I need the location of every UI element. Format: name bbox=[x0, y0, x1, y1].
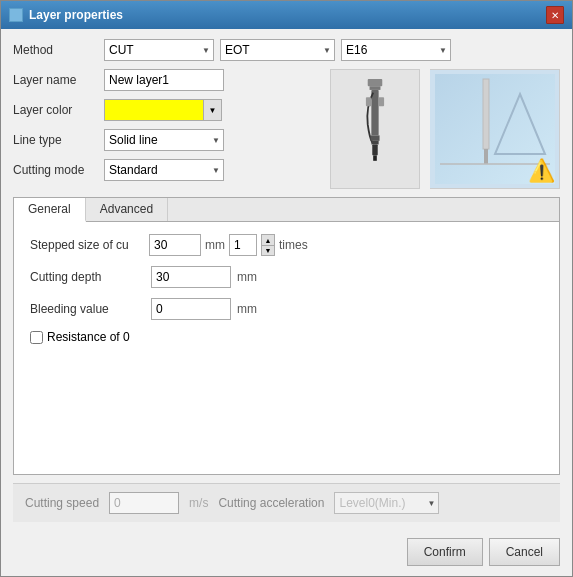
svg-rect-8 bbox=[379, 97, 384, 106]
svg-rect-7 bbox=[366, 97, 371, 106]
layer-name-input[interactable] bbox=[104, 69, 224, 91]
cutting-accel-label: Cutting acceleration bbox=[218, 496, 324, 510]
stepped-times-input[interactable] bbox=[229, 234, 257, 256]
stepped-size-label: Stepped size of cu bbox=[30, 238, 145, 252]
layer-name-label: Layer name bbox=[13, 73, 98, 87]
stepped-unit: mm bbox=[205, 238, 225, 252]
warning-icon: ⚠️ bbox=[528, 158, 555, 184]
bleeding-value-row: Bleeding value mm bbox=[30, 298, 543, 320]
svg-rect-2 bbox=[371, 90, 378, 135]
footer: Confirm Cancel bbox=[1, 532, 572, 576]
line-type-select[interactable]: Solid line Dashed Dotted bbox=[104, 129, 224, 151]
times-label: times bbox=[279, 238, 308, 252]
tab-general[interactable]: General bbox=[14, 198, 86, 222]
tab-advanced[interactable]: Advanced bbox=[86, 198, 168, 221]
eot-select[interactable]: EOT EOT2 bbox=[220, 39, 335, 61]
e16-select[interactable]: E16 E10 E20 bbox=[341, 39, 451, 61]
bleeding-label: Bleeding value bbox=[30, 302, 145, 316]
stepped-size-row: Stepped size of cu mm ▲ ▼ times bbox=[30, 234, 543, 256]
resistance-checkbox[interactable] bbox=[30, 331, 43, 344]
svg-rect-12 bbox=[484, 149, 488, 164]
color-swatch[interactable] bbox=[104, 99, 204, 121]
cutting-speed-input bbox=[109, 492, 179, 514]
cutting-mode-label: Cutting mode bbox=[13, 163, 98, 177]
line-type-row: Line type Solid line Dashed Dotted bbox=[13, 129, 320, 151]
layer-name-row: Layer name bbox=[13, 69, 320, 91]
close-button[interactable]: ✕ bbox=[546, 6, 564, 24]
method-select[interactable]: CUT MARK ENGRAVE bbox=[104, 39, 214, 61]
bleeding-unit: mm bbox=[237, 302, 257, 316]
tabs-area: General Advanced Stepped size of cu mm ▲… bbox=[13, 197, 560, 475]
svg-rect-6 bbox=[373, 155, 377, 160]
cutting-mode-row: Cutting mode Standard Advanced bbox=[13, 159, 320, 181]
method-row: Method CUT MARK ENGRAVE EOT EOT2 E16 E10 bbox=[13, 39, 560, 61]
svg-rect-3 bbox=[370, 135, 379, 140]
cutting-speed-label: Cutting speed bbox=[25, 496, 99, 510]
stepper-up-button[interactable]: ▲ bbox=[261, 234, 275, 245]
layer-properties-window: Layer properties ✕ Method CUT MARK ENGRA… bbox=[0, 0, 573, 577]
tool-svg bbox=[345, 79, 405, 179]
window-icon bbox=[9, 8, 23, 22]
method-label: Method bbox=[13, 43, 98, 57]
resistance-row: Resistance of 0 bbox=[30, 330, 543, 344]
cutting-depth-unit: mm bbox=[237, 270, 257, 284]
stepper: ▲ ▼ bbox=[261, 234, 275, 256]
layer-color-label: Layer color bbox=[13, 103, 98, 117]
main-content: Method CUT MARK ENGRAVE EOT EOT2 E16 E10 bbox=[1, 29, 572, 532]
resistance-label: Resistance of 0 bbox=[47, 330, 130, 344]
layer-color-row: Layer color ▼ bbox=[13, 99, 320, 121]
tool-image bbox=[330, 69, 420, 189]
line-type-label: Line type bbox=[13, 133, 98, 147]
stepped-size-input[interactable] bbox=[149, 234, 201, 256]
cancel-button[interactable]: Cancel bbox=[489, 538, 560, 566]
window-title: Layer properties bbox=[29, 8, 123, 22]
title-bar: Layer properties ✕ bbox=[1, 1, 572, 29]
svg-rect-5 bbox=[372, 144, 377, 155]
tab-header: General Advanced bbox=[14, 198, 559, 222]
cutting-speed-unit: m/s bbox=[189, 496, 208, 510]
svg-rect-4 bbox=[371, 141, 378, 145]
color-dropdown-button[interactable]: ▼ bbox=[204, 99, 222, 121]
cutting-accel-select: Level0(Min.) Level1 Level2 Level3(Max.) bbox=[334, 492, 439, 514]
svg-rect-0 bbox=[368, 79, 383, 86]
svg-rect-1 bbox=[370, 86, 381, 90]
stepper-down-button[interactable]: ▼ bbox=[261, 245, 275, 256]
bottom-section: Cutting speed m/s Cutting acceleration L… bbox=[13, 483, 560, 522]
cutting-depth-row: Cutting depth mm bbox=[30, 266, 543, 288]
preview-image: ⚠️ bbox=[430, 69, 560, 189]
tab-general-content: Stepped size of cu mm ▲ ▼ times Cutting … bbox=[14, 222, 559, 356]
cutting-depth-label: Cutting depth bbox=[30, 270, 145, 284]
cutting-mode-select[interactable]: Standard Advanced bbox=[104, 159, 224, 181]
svg-rect-11 bbox=[483, 79, 489, 149]
cutting-depth-input[interactable] bbox=[151, 266, 231, 288]
bleeding-input[interactable] bbox=[151, 298, 231, 320]
confirm-button[interactable]: Confirm bbox=[407, 538, 483, 566]
